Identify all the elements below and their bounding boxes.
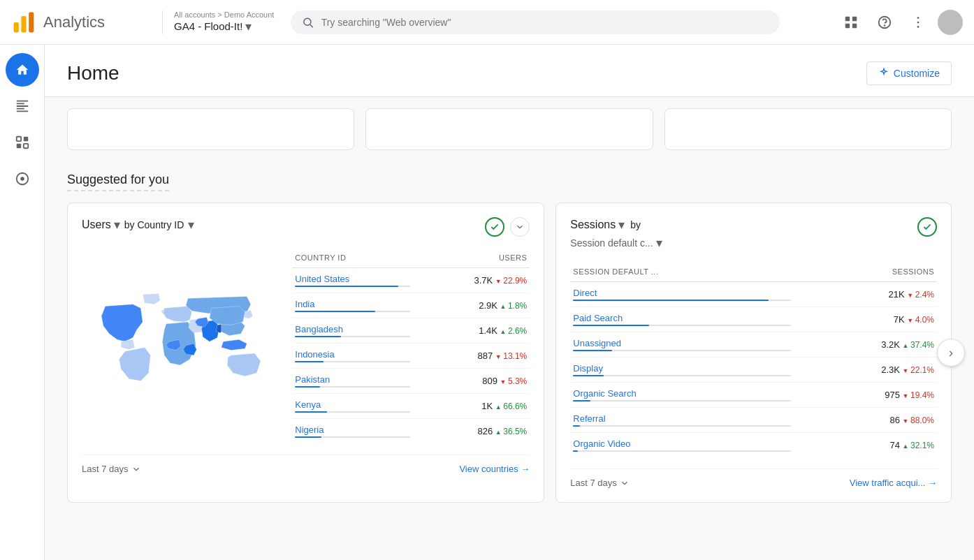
sessions-card-header: Sessions ▾ by Session default c... ▾ xyxy=(570,217,937,251)
explore-icon xyxy=(15,135,30,150)
svg-rect-7 xyxy=(845,23,850,27)
app-title: Analytics xyxy=(43,13,105,31)
account-name[interactable]: GA4 - Flood-It! ▾ xyxy=(174,19,274,34)
grid-button[interactable] xyxy=(837,8,865,36)
top-card-2 xyxy=(365,108,653,150)
col-session-channel: SESSION DEFAULT ... xyxy=(570,262,793,282)
reports-icon xyxy=(15,98,30,114)
users-date-range-button[interactable]: Last 7 days xyxy=(82,464,141,474)
users-dimension-button[interactable]: ▾ xyxy=(188,217,194,233)
sessions-dimension-button[interactable]: Session default c... ▾ xyxy=(570,235,662,251)
table-row: India 2.9K 1.8% xyxy=(292,293,530,318)
top-cards-row xyxy=(67,97,952,161)
search-icon xyxy=(302,16,314,29)
table-row: Organic Search 975 19.4% xyxy=(570,383,937,408)
more-button[interactable] xyxy=(904,8,932,36)
svg-point-3 xyxy=(304,18,311,25)
logo-area: Analytics xyxy=(11,10,151,35)
world-map xyxy=(82,290,278,401)
view-countries-link[interactable]: View countries → xyxy=(459,464,530,474)
content-area: Suggested for you Users ▾ by Country ID xyxy=(45,97,974,560)
sessions-check-icon xyxy=(917,217,937,237)
svg-rect-1 xyxy=(21,16,26,32)
sessions-metric-button[interactable]: Sessions ▾ xyxy=(570,217,625,233)
table-row: Kenya 1K 66.6% xyxy=(292,394,530,419)
users-card-header: Users ▾ by Country ID ▾ xyxy=(82,217,530,237)
col-sessions: SESSIONS xyxy=(794,262,938,282)
table-row: Unassigned 3.2K 37.4% xyxy=(570,332,937,358)
sidebar-item-advertising[interactable] xyxy=(6,162,39,196)
help-icon xyxy=(877,15,892,30)
view-traffic-link[interactable]: View traffic acqui... → xyxy=(850,478,937,488)
breadcrumb: All accounts > Demo Account xyxy=(174,10,274,19)
home-icon xyxy=(15,63,29,77)
users-table: COUNTRY ID USERS United States 3.7K xyxy=(292,248,530,443)
table-row: Indonesia 887 13.1% xyxy=(292,344,530,369)
sessions-title-block: Sessions ▾ by Session default c... ▾ xyxy=(570,217,662,251)
table-row: Display 2.3K 22.1% xyxy=(570,358,937,383)
chevron-down-icon xyxy=(620,478,630,488)
search-bar[interactable] xyxy=(291,10,780,34)
search-input[interactable] xyxy=(321,17,769,28)
help-button[interactable] xyxy=(871,8,899,36)
users-card-actions xyxy=(485,217,530,237)
sidebar-item-reports[interactable] xyxy=(6,89,39,123)
top-card-3 xyxy=(664,108,952,150)
svg-point-10 xyxy=(885,25,885,26)
avatar[interactable] xyxy=(938,10,963,35)
table-row: Paid Search 7K 4.0% xyxy=(570,307,937,332)
svg-rect-0 xyxy=(14,22,19,32)
sessions-card: Sessions ▾ by Session default c... ▾ xyxy=(555,202,952,503)
sessions-metric-dropdown-icon: ▾ xyxy=(618,217,625,233)
table-row: Pakistan 809 5.3% xyxy=(292,369,530,394)
svg-point-11 xyxy=(917,17,920,19)
users-table-area: COUNTRY ID USERS United States 3.7K xyxy=(292,248,530,443)
suggested-header: Suggested for you xyxy=(67,172,952,191)
svg-rect-8 xyxy=(852,23,857,27)
header-actions xyxy=(837,8,963,36)
svg-rect-17 xyxy=(23,144,27,148)
grid-icon xyxy=(843,15,859,30)
users-dimension-dropdown-icon: ▾ xyxy=(188,217,194,233)
sidebar xyxy=(0,45,45,560)
main-content: Home Customize Suggested for you xyxy=(45,45,974,560)
sessions-card-footer: Last 7 days View traffic acqui... → xyxy=(570,469,937,488)
page-title: Home xyxy=(67,62,119,84)
svg-point-19 xyxy=(20,177,24,181)
chevron-down-icon xyxy=(515,222,525,232)
next-card-button[interactable]: › xyxy=(937,339,965,367)
suggested-section: Suggested for you Users ▾ by Country ID xyxy=(67,172,952,503)
sessions-subtitle-row: Session default c... ▾ xyxy=(570,235,662,251)
table-row: Organic Video 74 32.1% xyxy=(570,433,937,458)
suggested-title: Suggested for you xyxy=(67,172,169,191)
sessions-table: SESSION DEFAULT ... SESSIONS Direct 21K … xyxy=(570,262,937,457)
chevron-down-icon xyxy=(131,464,141,474)
sidebar-item-explore[interactable] xyxy=(6,126,39,159)
users-card-dropdown-button[interactable] xyxy=(510,217,530,237)
users-metric-button[interactable]: Users ▾ xyxy=(82,217,120,233)
customize-icon xyxy=(878,68,889,79)
svg-point-12 xyxy=(917,21,920,23)
sidebar-item-home[interactable] xyxy=(6,53,39,87)
users-metric-dropdown-icon: ▾ xyxy=(114,217,120,233)
map-area xyxy=(82,248,278,443)
page-header: Home Customize xyxy=(45,45,974,97)
sessions-date-range-button[interactable]: Last 7 days xyxy=(570,478,630,488)
account-selector[interactable]: All accounts > Demo Account GA4 - Flood-… xyxy=(162,10,274,34)
table-row: Referral 86 88.0% xyxy=(570,408,937,433)
users-check-icon xyxy=(485,217,504,237)
svg-rect-16 xyxy=(16,144,20,148)
customize-button[interactable]: Customize xyxy=(866,61,952,85)
users-country-card: Users ▾ by Country ID ▾ xyxy=(67,202,544,503)
map-container: COUNTRY ID USERS United States 3.7K xyxy=(82,248,530,443)
svg-rect-14 xyxy=(16,137,20,141)
svg-rect-15 xyxy=(23,137,27,141)
top-card-1 xyxy=(67,108,354,150)
users-card-footer: Last 7 days View countries → xyxy=(82,455,530,474)
sessions-title-row: Sessions ▾ by xyxy=(570,217,662,233)
svg-rect-5 xyxy=(845,16,850,20)
users-card-title: Users ▾ by Country ID ▾ xyxy=(82,217,194,233)
svg-point-13 xyxy=(917,26,920,28)
svg-rect-6 xyxy=(852,16,857,20)
svg-rect-2 xyxy=(29,12,34,32)
